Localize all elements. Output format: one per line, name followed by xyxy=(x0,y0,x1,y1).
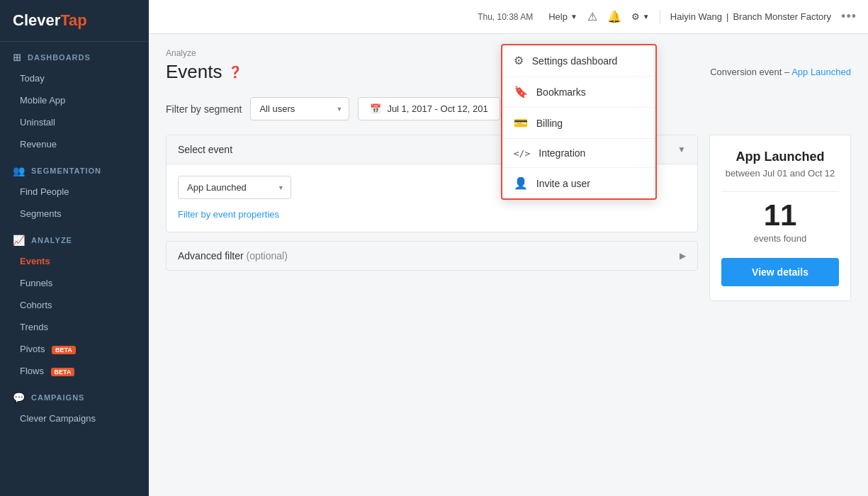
dropdown-invite-user[interactable]: 👤 Invite a user xyxy=(502,168,655,198)
filter-label: Filter by segment xyxy=(166,103,242,115)
advanced-filter-arrow-icon: ▶ xyxy=(680,251,686,261)
topbar: Thu, 10:38 AM Help ▼ ⚠ 🔔 ⚙ ▼ ⚙ Settings … xyxy=(149,0,868,34)
sidebar-item-events[interactable]: Events xyxy=(0,250,149,272)
integration-icon: </> xyxy=(514,148,530,159)
settings-dashboard-label: Settings dashboard xyxy=(532,55,618,67)
page-title: Events ❓ xyxy=(166,61,242,83)
pivots-beta-badge: BETA xyxy=(52,346,76,354)
sidebar-item-mobile-app[interactable]: Mobile App xyxy=(0,89,149,111)
summary-count: 11 xyxy=(721,201,839,230)
summary-label: events found xyxy=(721,233,839,244)
dropdown-billing[interactable]: 💳 Billing xyxy=(502,108,655,139)
sidebar-item-uninstall[interactable]: Uninstall xyxy=(0,111,149,133)
settings-button[interactable]: ⚙ ▼ xyxy=(631,11,650,22)
bookmarks-icon: 🔖 xyxy=(514,85,528,98)
sidebar: CleverTap ⊞ DASHBOARDS Today Mobile App … xyxy=(0,0,149,496)
dropdown-integration[interactable]: </> Integration xyxy=(502,139,655,168)
settings-dropdown-menu: ⚙ Settings dashboard 🔖 Bookmarks 💳 Billi… xyxy=(501,44,657,200)
settings-chevron-icon: ▼ xyxy=(643,13,650,21)
main-content: Thu, 10:38 AM Help ▼ ⚠ 🔔 ⚙ ▼ ⚙ Settings … xyxy=(149,0,868,496)
section-dashboards: ⊞ DASHBOARDS xyxy=(0,42,149,67)
segment-select[interactable]: All users New users Returning users xyxy=(250,97,349,120)
view-details-button[interactable]: View details xyxy=(721,258,839,286)
sidebar-item-funnels[interactable]: Funnels xyxy=(0,272,149,294)
summary-event-name: App Launched xyxy=(721,150,839,164)
sidebar-item-cohorts[interactable]: Cohorts xyxy=(0,294,149,316)
user-name: Haiyin Wang xyxy=(670,11,722,22)
alert-triangle-icon[interactable]: ⚠ xyxy=(587,10,597,23)
advanced-filter-title: Advanced filter xyxy=(178,250,244,261)
settings-dashboard-icon: ⚙ xyxy=(514,54,524,67)
invite-user-label: Invite a user xyxy=(536,178,590,189)
sidebar-item-segments[interactable]: Segments xyxy=(0,203,149,225)
segment-select-wrapper: All users New users Returning users xyxy=(250,97,349,120)
logo: CleverTap xyxy=(0,0,149,42)
sidebar-item-pivots[interactable]: Pivots BETA xyxy=(0,338,149,360)
dropdown-bookmarks[interactable]: 🔖 Bookmarks xyxy=(502,77,655,108)
advanced-filter-title-group: Advanced filter (optional) xyxy=(178,250,288,261)
sidebar-item-clever-campaigns[interactable]: Clever Campaigns xyxy=(0,407,149,429)
more-options-icon[interactable]: ••• xyxy=(841,9,857,24)
sidebar-item-revenue[interactable]: Revenue xyxy=(0,133,149,155)
bell-icon[interactable]: 🔔 xyxy=(607,10,621,23)
dashboards-icon: ⊞ xyxy=(13,52,22,63)
section-analyze: 📈 ANALYZE xyxy=(0,225,149,250)
date-range-value: Jul 1, 2017 - Oct 12, 201 xyxy=(387,103,487,114)
section-segmentation: 👥 SEGMENTATION xyxy=(0,155,149,181)
page-help-icon[interactable]: ❓ xyxy=(228,65,242,79)
billing-label: Billing xyxy=(536,118,563,129)
topbar-divider xyxy=(660,10,660,24)
gear-icon: ⚙ xyxy=(631,11,640,22)
brand-name: Branch Monster Factory xyxy=(733,11,831,22)
advanced-filter-optional: (optional) xyxy=(247,250,288,261)
filter-properties-link[interactable]: Filter by event properties xyxy=(178,209,279,220)
advanced-filter-card[interactable]: Advanced filter (optional) ▶ xyxy=(166,241,698,271)
conversion-event-link[interactable]: App Launched xyxy=(791,67,851,77)
help-button[interactable]: Help ▼ xyxy=(548,11,577,22)
topbar-pipe: | xyxy=(726,11,728,22)
summary-card: App Launched between Jul 01 and Oct 12 1… xyxy=(709,135,851,301)
flows-beta-badge: BETA xyxy=(51,368,75,376)
help-label: Help xyxy=(548,11,568,22)
section-campaigns: 💬 CAMPAIGNS xyxy=(0,382,149,407)
bookmarks-label: Bookmarks xyxy=(536,86,586,98)
calendar-icon: 📅 xyxy=(370,103,381,114)
sidebar-item-flows[interactable]: Flows BETA xyxy=(0,360,149,382)
invite-user-icon: 👤 xyxy=(514,176,528,190)
event-select-wrapper: App Launched App Closed Notification Cli… xyxy=(178,176,291,199)
sidebar-item-trends[interactable]: Trends xyxy=(0,316,149,338)
right-panel: App Launched between Jul 01 and Oct 12 1… xyxy=(709,135,851,301)
summary-event-date: between Jul 01 and Oct 12 xyxy=(721,167,839,180)
select-event-title: Select event xyxy=(178,144,232,155)
analyze-icon: 📈 xyxy=(13,235,26,246)
conversion-event: Conversion event – App Launched xyxy=(710,67,851,77)
segmentation-icon: 👥 xyxy=(13,165,26,176)
date-picker-button[interactable]: 📅 Jul 1, 2017 - Oct 12, 201 xyxy=(358,97,500,120)
logo-part2: Tap xyxy=(60,11,86,29)
summary-divider xyxy=(721,191,839,192)
topbar-user: Haiyin Wang | Branch Monster Factory xyxy=(670,11,831,22)
sidebar-item-today[interactable]: Today xyxy=(0,67,149,89)
campaigns-icon: 💬 xyxy=(13,392,26,403)
dropdown-settings-dashboard[interactable]: ⚙ Settings dashboard xyxy=(502,45,655,77)
billing-icon: 💳 xyxy=(514,116,528,130)
card-header-chevron-icon: ▼ xyxy=(677,145,686,154)
logo-part1: Clever xyxy=(13,11,60,29)
sidebar-item-find-people[interactable]: Find People xyxy=(0,181,149,203)
topbar-time: Thu, 10:38 AM xyxy=(478,12,533,22)
help-chevron-icon: ▼ xyxy=(570,13,577,21)
settings-dropdown-wrapper: ⚙ ▼ ⚙ Settings dashboard 🔖 Bookmarks 💳 B… xyxy=(631,11,650,22)
event-select[interactable]: App Launched App Closed Notification Cli… xyxy=(178,176,291,199)
integration-label: Integration xyxy=(539,147,585,159)
